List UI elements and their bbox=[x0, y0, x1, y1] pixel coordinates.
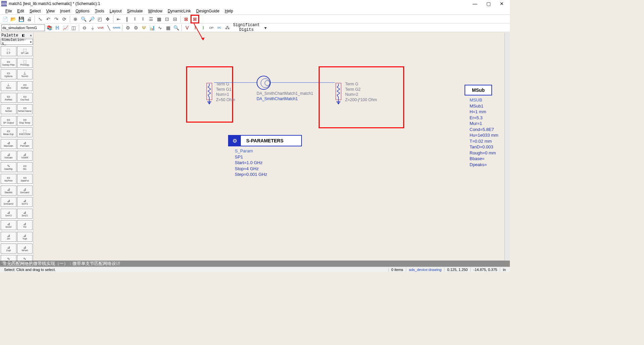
search2-icon[interactable]: 🔍 bbox=[172, 24, 180, 31]
menu-window[interactable]: Window bbox=[145, 8, 165, 14]
tune-icon[interactable]: ◫ bbox=[70, 24, 77, 31]
schematic-canvas[interactable]: Term G Term G1 Num=1 Z=50 Ohm DA_SmithCh… bbox=[34, 33, 510, 261]
status-layer[interactable]: ads_device:drawing bbox=[406, 268, 444, 272]
menu-select[interactable]: Select bbox=[27, 8, 43, 14]
palette-item-sweep-plan[interactable]: ▭Sweep Plan bbox=[1, 58, 16, 68]
palette-item-stabms[interactable]: ⊿StabMs bbox=[1, 186, 16, 196]
component-combo[interactable] bbox=[1, 24, 45, 31]
palette-item-sp-lab[interactable]: ⬚SP Lab bbox=[17, 46, 33, 56]
chart-icon[interactable]: 📈 bbox=[62, 24, 69, 31]
menu-tools[interactable]: Tools bbox=[92, 8, 107, 14]
palette-item-smy1[interactable]: ⊿SmY1 bbox=[17, 197, 33, 207]
palette-undock-icon[interactable]: ◧ bbox=[22, 33, 24, 38]
tuning-icon[interactable]: Ψ bbox=[140, 24, 148, 31]
probe-v-icon[interactable]: V bbox=[183, 24, 191, 31]
mirror-h-icon[interactable]: ⇤ bbox=[115, 15, 122, 23]
probe-i2-icon[interactable]: I bbox=[200, 24, 207, 31]
palette-item-yin[interactable]: ⊿Yin bbox=[17, 220, 33, 230]
vertical-scrollbar[interactable] bbox=[504, 33, 510, 261]
close-button[interactable]: ✕ bbox=[495, 0, 508, 7]
wire-icon[interactable]: ╲ bbox=[105, 24, 112, 31]
palette-item-prmswp[interactable]: ⬚PrmSwp bbox=[17, 58, 33, 68]
mirror-v-icon[interactable]: ‖ bbox=[123, 15, 130, 23]
palette-item-smy2[interactable]: ⊿SmY2 bbox=[1, 209, 16, 219]
minimize-button[interactable]: — bbox=[468, 0, 482, 7]
align-icon[interactable]: ⦀ bbox=[131, 15, 139, 23]
palette-item-zopt[interactable]: ⊿Zopt bbox=[1, 244, 16, 254]
new-icon[interactable]: 📄 bbox=[1, 15, 9, 23]
palette-item-options[interactable]: ▭Options bbox=[1, 69, 16, 79]
palette-item-refnet[interactable]: ▭RefNet bbox=[1, 93, 16, 103]
results-icon[interactable]: ∿ bbox=[156, 24, 164, 31]
menu-edit[interactable]: Edit bbox=[14, 8, 27, 14]
pointer-icon[interactable]: ⤡ bbox=[37, 15, 44, 23]
palette-item-disp-temp[interactable]: ▭Disp Temp bbox=[17, 116, 33, 126]
var-icon[interactable]: VAR bbox=[97, 24, 104, 31]
palette-item-yopt[interactable]: ⊿Yopt bbox=[17, 232, 33, 242]
push-icon[interactable]: ⊡ bbox=[163, 15, 171, 23]
simulate-icon[interactable]: ⚙ bbox=[124, 24, 131, 31]
palette-item-npwrl[interactable]: ⊿NPwrl bbox=[17, 244, 33, 254]
sparam-params[interactable]: S_Param SP1 Start=1.0 GHz Stop=4 GHz Ste… bbox=[235, 148, 267, 178]
print-icon[interactable]: 🖨 bbox=[25, 15, 33, 23]
op-icon[interactable]: OP bbox=[208, 24, 215, 31]
library-icon[interactable]: 📚 bbox=[46, 24, 53, 31]
menu-dynamiclink[interactable]: DynamicLink bbox=[165, 8, 194, 14]
zoom-area-icon[interactable]: ◰ bbox=[96, 15, 103, 23]
palette-item-vswr[interactable]: ⊿VSWR bbox=[17, 151, 33, 161]
palette-item-stabfct[interactable]: ▭StabFct bbox=[17, 174, 33, 184]
open-icon[interactable]: 📂 bbox=[9, 15, 17, 23]
palette-item-emcosim[interactable]: ⬚EMCOSIM bbox=[17, 127, 33, 137]
name-icon[interactable]: NAME bbox=[113, 24, 120, 31]
palette-item-volgain[interactable]: ⊿VolGain bbox=[1, 151, 16, 161]
dc-icon[interactable]: DC bbox=[216, 24, 223, 31]
menu-simulate[interactable]: Simulate bbox=[124, 8, 146, 14]
palette-item-sp-output[interactable]: ▭SP Output bbox=[1, 116, 16, 126]
pop-icon[interactable]: ⊟ bbox=[171, 15, 179, 23]
component-sparam[interactable]: ⚙ S-PARAMETERS bbox=[228, 135, 302, 146]
component-term2[interactable]: Term G Term G2 Num=2 Z=200-j*100 Ohm bbox=[334, 82, 343, 106]
palette-item-smgam2[interactable]: ⊿SmGam2 bbox=[1, 197, 16, 207]
zoom-fit-icon[interactable]: ⊕ bbox=[72, 15, 79, 23]
save-icon[interactable]: 💾 bbox=[17, 15, 25, 23]
palette-category-combo[interactable]: Simulation-S_▾ bbox=[1, 39, 33, 45]
maximize-button[interactable]: ▢ bbox=[482, 0, 495, 7]
palette-item-smgami[interactable]: ⊿SmGamI bbox=[17, 186, 33, 196]
menu-help[interactable]: Help bbox=[222, 8, 236, 14]
palette-item-ndset[interactable]: ▭NdSet bbox=[1, 104, 16, 114]
palette-item-muprim[interactable]: ▭MuPrim bbox=[1, 174, 16, 184]
zoom-out-icon[interactable]: 🔎 bbox=[88, 15, 95, 23]
palette-item-ndset-name[interactable]: ▭NdSet Name bbox=[17, 104, 33, 114]
palette-item-sm22[interactable]: ⊿Sm22 bbox=[1, 220, 16, 230]
palette-item-osctest[interactable]: ▭OscTest bbox=[17, 93, 33, 103]
redo-icon[interactable]: ↷ bbox=[53, 15, 60, 23]
component-msub[interactable]: MSub bbox=[465, 85, 492, 95]
palette-item-meas-eqn[interactable]: ▭Meas Eqn bbox=[1, 127, 16, 137]
menu-layout[interactable]: Layout bbox=[107, 8, 124, 14]
distribute-icon[interactable]: ⫴ bbox=[139, 15, 147, 23]
menu-file[interactable]: File bbox=[3, 8, 14, 14]
component-smith-match[interactable]: DA_SmithChartMatch1_match1 DA_SmithChart… bbox=[257, 76, 271, 90]
palette-item-mu[interactable]: ▭Mu bbox=[17, 162, 33, 172]
palette-item-s-p[interactable]: ⬚S P bbox=[1, 46, 16, 56]
dropdown-icon[interactable]: ▾ bbox=[262, 24, 269, 31]
palette-item-maxgain[interactable]: ⊿MaxGain bbox=[1, 139, 16, 149]
menu-designguide[interactable]: DesignGuide bbox=[194, 8, 222, 14]
short-deactivate-icon[interactable]: ⊠ bbox=[191, 15, 199, 23]
palette-item-term[interactable]: ⊥Term bbox=[1, 81, 16, 91]
group-icon[interactable]: ☰ bbox=[147, 15, 155, 23]
palette-item-termg[interactable]: ⊥TermG bbox=[17, 69, 33, 79]
menu-insert[interactable]: Insert bbox=[57, 8, 73, 14]
pan-icon[interactable]: ✥ bbox=[104, 15, 111, 23]
component-term1[interactable]: Term G Term G1 Num=1 Z=50 Ohm bbox=[205, 82, 214, 106]
ungroup-icon[interactable]: ▦ bbox=[155, 15, 163, 23]
menu-options[interactable]: Options bbox=[73, 8, 92, 14]
rotate-icon[interactable]: ⟳ bbox=[61, 15, 68, 23]
msub-params[interactable]: MSUB MSub1 H=1 mm Er=5.3 Mur=1 Cond=5.8E… bbox=[470, 97, 498, 168]
plot-icon[interactable]: 📊 bbox=[148, 24, 156, 31]
palette-item-pwrgain[interactable]: ⊿PwrGain bbox=[17, 139, 33, 149]
probe-i-icon[interactable]: I bbox=[192, 24, 199, 31]
history-icon[interactable]: ℍ bbox=[54, 24, 61, 31]
port-icon[interactable]: ⊖ bbox=[81, 24, 88, 31]
palette-item-smz1[interactable]: ⊿SmZ1 bbox=[17, 209, 33, 219]
